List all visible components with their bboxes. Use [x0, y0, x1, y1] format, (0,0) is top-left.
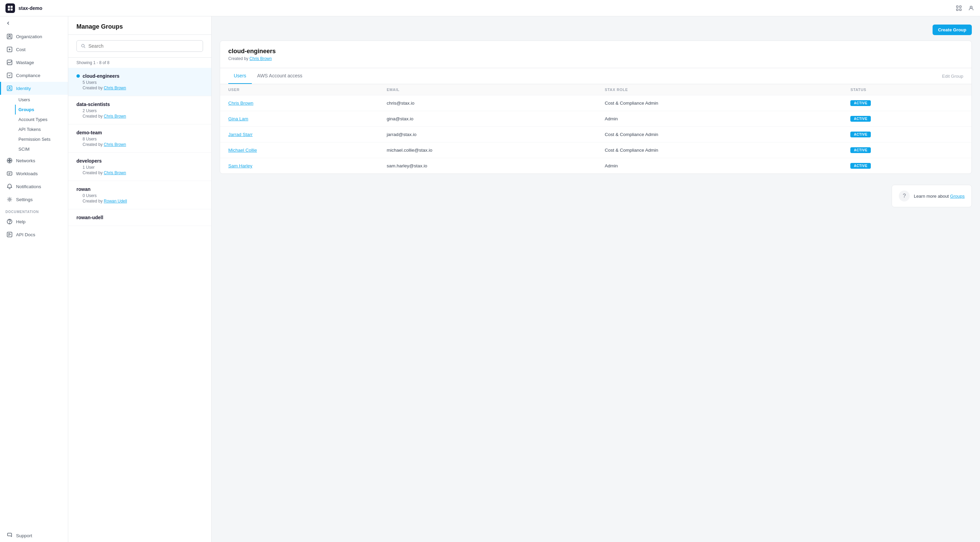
- sidebar-item-permission-sets[interactable]: Permission Sets: [15, 134, 68, 144]
- role-cell: Admin: [597, 158, 842, 174]
- tab-aws-account-access[interactable]: AWS Account access: [252, 68, 308, 84]
- search-box: [76, 40, 203, 52]
- status-badge: ACTIVE: [850, 147, 871, 153]
- group-item-rowan[interactable]: rowan 0 Users Created by Rowan Udell: [68, 181, 211, 209]
- group-item-header: rowan: [76, 187, 203, 192]
- status-cell: ACTIVE: [842, 95, 972, 111]
- group-detail-card: cloud-engineers Created by Chris Brown U…: [220, 41, 972, 174]
- group-name: rowan-udell: [76, 215, 103, 220]
- role-cell: Cost & Compliance Admin: [597, 127, 842, 143]
- search-icon: [81, 44, 86, 48]
- svg-rect-18: [7, 172, 12, 175]
- left-panel-header: Manage Groups: [68, 16, 211, 35]
- user-icon[interactable]: [968, 5, 975, 11]
- group-detail-name: cloud-engineers: [228, 48, 963, 55]
- sidebar-item-api-docs[interactable]: API Docs: [0, 228, 68, 241]
- sidebar-item-identity-label: Identity: [16, 86, 31, 91]
- group-detail-header: cloud-engineers Created by Chris Brown: [220, 41, 972, 68]
- sidebar-item-groups[interactable]: Groups: [15, 105, 68, 114]
- group-item-cloud-engineers[interactable]: cloud-engineers 5 Users Created by Chris…: [68, 68, 211, 96]
- group-item-demo-team[interactable]: demo-team 8 Users Created by Chris Brown: [68, 124, 211, 153]
- sidebar-item-compliance[interactable]: Compliance: [0, 69, 68, 82]
- tabs-left: Users AWS Account access: [228, 68, 308, 84]
- sidebar-item-networks-label: Networks: [16, 158, 35, 163]
- tab-users[interactable]: Users: [228, 68, 252, 84]
- email-cell: gina@stax.io: [379, 111, 597, 127]
- learn-more-link[interactable]: Groups: [950, 193, 965, 199]
- sidebar-item-support[interactable]: Support: [0, 529, 68, 542]
- tabs-bar: Users AWS Account access Edit Group: [220, 68, 972, 84]
- group-user-count: 1 User: [83, 165, 203, 170]
- svg-point-10: [9, 35, 11, 37]
- svg-rect-3: [11, 8, 13, 11]
- status-cell: ACTIVE: [842, 111, 972, 127]
- status-badge: ACTIVE: [850, 100, 871, 106]
- group-dot: [76, 74, 80, 78]
- svg-rect-5: [959, 6, 961, 8]
- showing-text: Showing 1 - 8 of 8: [68, 58, 211, 68]
- status-cell: ACTIVE: [842, 158, 972, 174]
- group-item-rowan-udell[interactable]: rowan-udell: [68, 209, 211, 226]
- svg-point-8: [970, 6, 972, 8]
- user-cell: Michael Collie: [220, 143, 379, 158]
- sidebar-item-scim[interactable]: SCIM: [15, 144, 68, 154]
- svg-point-19: [9, 199, 11, 200]
- email-cell: sam.harley@stax.io: [379, 158, 597, 174]
- group-name: demo-team: [76, 130, 102, 135]
- user-cell: Chris Brown: [220, 95, 379, 111]
- group-name: cloud-engineers: [83, 73, 119, 79]
- group-item-header: demo-team: [76, 130, 203, 135]
- group-creator: Created by Rowan Udell: [83, 199, 203, 203]
- sidebar-item-wastage[interactable]: Wastage: [0, 56, 68, 69]
- sidebar-item-identity[interactable]: Identity: [0, 82, 68, 95]
- learn-more-card: ? Learn more about Groups: [892, 185, 972, 207]
- edit-group-button[interactable]: Edit Group: [942, 74, 963, 79]
- sidebar-item-organization[interactable]: Organization: [0, 30, 68, 43]
- sidebar-item-api-tokens[interactable]: API Tokens: [15, 124, 68, 134]
- sidebar-item-organization-label: Organization: [16, 34, 42, 39]
- svg-point-15: [9, 87, 10, 88]
- sidebar-item-users[interactable]: Users: [15, 95, 68, 105]
- table-header-row: USER EMAIL STAX ROLE STATUS: [220, 84, 972, 95]
- group-creator: Created by Chris Brown: [83, 170, 203, 175]
- group-detail-creator: Created by Chris Brown: [228, 56, 963, 61]
- svg-rect-0: [8, 6, 10, 8]
- sidebar-item-workloads-label: Workloads: [16, 171, 38, 176]
- status-badge: ACTIVE: [850, 132, 871, 137]
- group-user-count: 2 Users: [83, 108, 203, 113]
- svg-rect-1: [11, 6, 13, 8]
- col-user: USER: [220, 84, 379, 95]
- svg-point-23: [81, 44, 84, 47]
- sidebar-item-workloads[interactable]: Workloads: [0, 167, 68, 180]
- group-name: rowan: [76, 187, 91, 192]
- sidebar-item-support-label: Support: [16, 533, 32, 538]
- search-input[interactable]: [88, 43, 199, 49]
- table-row: Gina Lam gina@stax.io Admin ACTIVE: [220, 111, 972, 127]
- email-cell: jarrad@stax.io: [379, 127, 597, 143]
- group-item-developers[interactable]: developers 1 User Created by Chris Brown: [68, 153, 211, 181]
- group-item-data-scientists[interactable]: data-scientists 2 Users Created by Chris…: [68, 96, 211, 124]
- sidebar-item-help[interactable]: Help: [0, 215, 68, 228]
- user-cell: Gina Lam: [220, 111, 379, 127]
- sidebar-item-account-types[interactable]: Account Types: [15, 114, 68, 124]
- email-cell: chris@stax.io: [379, 95, 597, 111]
- status-badge: ACTIVE: [850, 116, 871, 122]
- sidebar-item-networks[interactable]: Networks: [0, 154, 68, 167]
- group-creator: Created by Chris Brown: [83, 114, 203, 119]
- sidebar: Organization Cost Wastage Compliance Ide…: [0, 16, 68, 542]
- page-title: Manage Groups: [76, 23, 123, 30]
- group-list: cloud-engineers 5 Users Created by Chris…: [68, 68, 211, 542]
- grid-icon[interactable]: [955, 5, 962, 11]
- status-cell: ACTIVE: [842, 127, 972, 143]
- svg-rect-2: [8, 8, 10, 11]
- group-name: developers: [76, 158, 102, 163]
- user-cell: Jarrad Starr: [220, 127, 379, 143]
- create-group-button[interactable]: Create Group: [932, 25, 972, 35]
- sidebar-item-settings[interactable]: Settings: [0, 193, 68, 206]
- left-panel: Manage Groups Showing 1 - 8 of 8 cloud-e…: [68, 16, 212, 542]
- sidebar-item-cost[interactable]: Cost: [0, 43, 68, 56]
- sidebar-toggle[interactable]: [0, 16, 68, 30]
- col-email: EMAIL: [379, 84, 597, 95]
- svg-rect-4: [956, 6, 958, 8]
- sidebar-item-notifications[interactable]: Notifications: [0, 180, 68, 193]
